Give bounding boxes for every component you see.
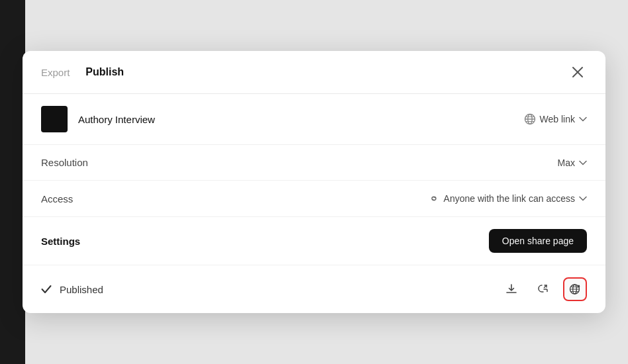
open-share-page-button[interactable]: Open share page xyxy=(489,229,587,253)
web-link-label: Web link xyxy=(540,114,575,124)
tab-publish[interactable]: Publish xyxy=(85,66,124,78)
download-icon xyxy=(505,283,518,296)
modal-header: Export Publish xyxy=(23,51,605,94)
access-row: Access Anyone with the link can access xyxy=(23,181,605,217)
download-button[interactable] xyxy=(499,277,523,301)
access-label: Access xyxy=(41,193,73,205)
chevron-down-icon xyxy=(579,116,587,122)
resolution-dropdown[interactable]: Max xyxy=(558,158,587,168)
resolution-row: Resolution Max xyxy=(23,145,605,181)
project-thumbnail xyxy=(41,106,68,132)
settings-label: Settings xyxy=(41,236,80,247)
resolution-label: Resolution xyxy=(41,157,88,168)
publish-modal: Export Publish Authory Interview xyxy=(23,51,605,313)
tab-export[interactable]: Export xyxy=(41,67,70,78)
globe-share-icon xyxy=(568,283,582,296)
refresh-link-icon xyxy=(537,283,550,296)
project-name: Authory Interview xyxy=(78,114,155,125)
check-icon xyxy=(41,285,52,294)
chevron-down-icon xyxy=(579,196,587,201)
refresh-link-button[interactable] xyxy=(531,277,555,301)
web-link-dropdown[interactable]: Web link xyxy=(524,113,587,125)
published-row: Published xyxy=(23,265,605,313)
globe-share-button[interactable] xyxy=(563,277,587,301)
sidebar-bg xyxy=(0,0,25,364)
close-button[interactable] xyxy=(568,63,587,81)
published-label: Published xyxy=(60,284,103,295)
settings-row: Settings Open share page xyxy=(23,217,605,265)
project-row: Authory Interview Web link xyxy=(23,94,605,145)
backdrop: Export Publish Authory Interview xyxy=(0,0,628,364)
close-icon xyxy=(572,66,584,78)
access-dropdown[interactable]: Anyone with the link can access xyxy=(428,193,587,205)
action-icons xyxy=(499,277,587,301)
globe-icon xyxy=(524,113,536,125)
chevron-down-icon xyxy=(579,160,587,165)
link-icon xyxy=(428,193,440,205)
access-value-text: Anyone with the link can access xyxy=(444,193,575,204)
resolution-value: Max xyxy=(558,158,575,168)
